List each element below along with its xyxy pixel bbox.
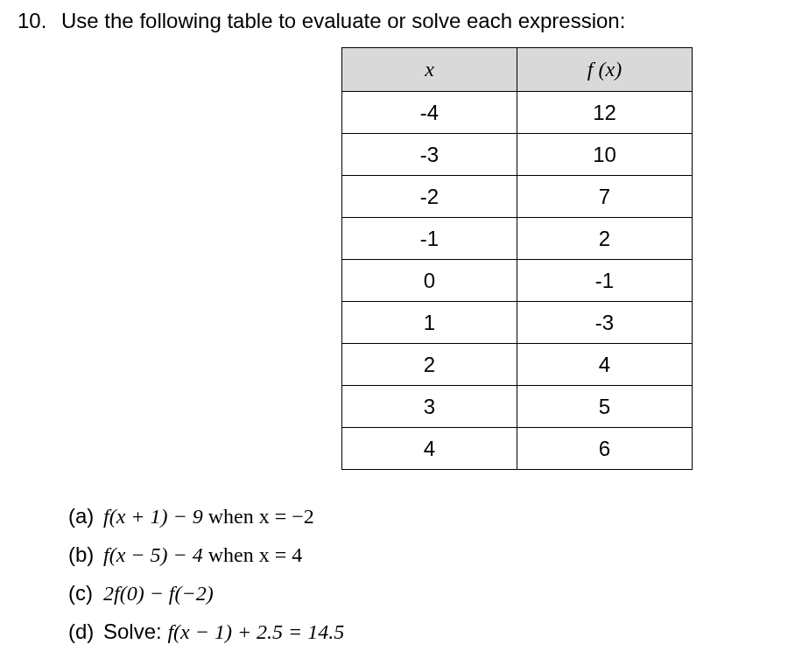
table-row: -1 2	[342, 218, 693, 260]
cell-fx: 4	[517, 344, 693, 386]
part-label: (b)	[68, 539, 103, 570]
cell-fx: 5	[517, 386, 693, 428]
part-expression: f(x − 1) + 2.5 = 14.5	[167, 620, 344, 643]
cell-x: 4	[342, 428, 517, 470]
cell-x: -2	[342, 176, 517, 218]
part-content: 2f(0) − f(−2)	[103, 578, 214, 609]
part-condition: when x = 4	[203, 543, 303, 566]
cell-fx: 10	[517, 134, 693, 176]
part-content: f(x + 1) − 9 when x = −2	[103, 500, 314, 532]
part-expression: 2f(0) − f(−2)	[103, 582, 214, 605]
part-label: (d)	[68, 616, 103, 648]
table-row: -2 7	[342, 176, 693, 218]
function-table-container: x f (x) -4 12 -3 10 -2 7 -1 2 0	[341, 47, 791, 470]
part-a: (a) f(x + 1) − 9 when x = −2	[68, 500, 791, 532]
part-expression: f(x + 1) − 9	[103, 505, 203, 528]
question-parts: (a) f(x + 1) − 9 when x = −2 (b) f(x − 5…	[68, 500, 791, 648]
cell-x: -1	[342, 218, 517, 260]
part-label: (a)	[68, 500, 103, 532]
part-d: (d) Solve: f(x − 1) + 2.5 = 14.5	[68, 616, 791, 648]
part-content: Solve: f(x − 1) + 2.5 = 14.5	[103, 616, 344, 648]
table-row: -3 10	[342, 134, 693, 176]
table-row: 4 6	[342, 428, 693, 470]
cell-fx: -3	[517, 302, 693, 344]
part-c: (c) 2f(0) − f(−2)	[68, 578, 791, 609]
cell-fx: 6	[517, 428, 693, 470]
part-condition: when x = −2	[203, 505, 314, 528]
question-header: 10. Use the following table to evaluate …	[18, 9, 791, 33]
part-content: f(x − 5) − 4 when x = 4	[103, 539, 302, 570]
cell-fx: 2	[517, 218, 693, 260]
cell-fx: 12	[517, 92, 693, 134]
cell-x: -4	[342, 92, 517, 134]
cell-fx: 7	[517, 176, 693, 218]
table-row: 2 4	[342, 344, 693, 386]
function-table: x f (x) -4 12 -3 10 -2 7 -1 2 0	[341, 47, 693, 470]
part-b: (b) f(x − 5) − 4 when x = 4	[68, 539, 791, 570]
table-row: -4 12	[342, 92, 693, 134]
header-fx: f (x)	[517, 48, 693, 92]
table-header-row: x f (x)	[342, 48, 693, 92]
cell-x: -3	[342, 134, 517, 176]
table-row: 3 5	[342, 386, 693, 428]
cell-x: 0	[342, 260, 517, 302]
cell-x: 1	[342, 302, 517, 344]
table-row: 0 -1	[342, 260, 693, 302]
question-number: 10.	[18, 9, 54, 33]
part-expression: f(x − 5) − 4	[103, 543, 203, 566]
table-row: 1 -3	[342, 302, 693, 344]
header-x: x	[342, 48, 517, 92]
part-prefix: Solve:	[103, 620, 167, 643]
cell-x: 2	[342, 344, 517, 386]
cell-x: 3	[342, 386, 517, 428]
part-label: (c)	[68, 578, 103, 609]
cell-fx: -1	[517, 260, 693, 302]
question-text: Use the following table to evaluate or s…	[61, 9, 791, 33]
